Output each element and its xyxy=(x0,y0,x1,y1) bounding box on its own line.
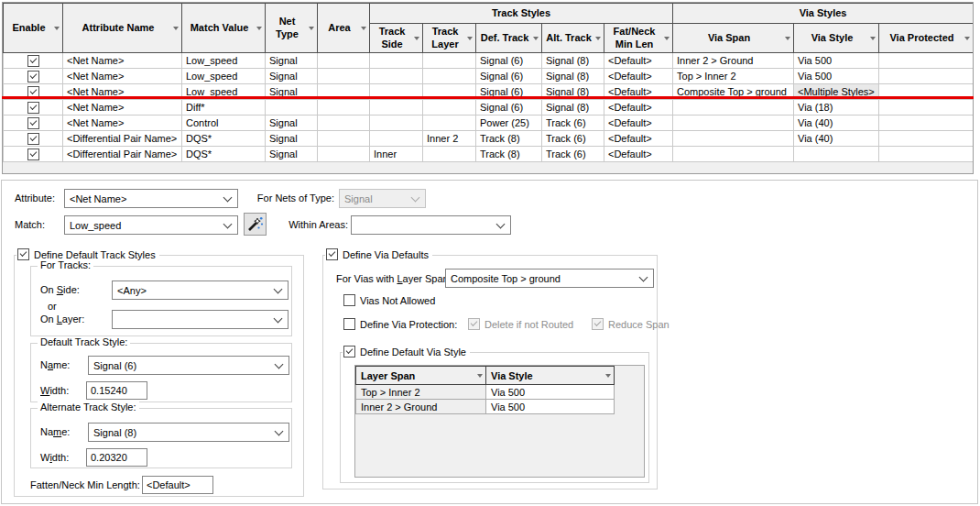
cell-alt-track[interactable]: Track (6) xyxy=(542,147,604,162)
cell-track-side[interactable] xyxy=(370,53,423,69)
col-header-via-style[interactable]: Via Style xyxy=(794,24,879,53)
cell-net-type[interactable]: Signal xyxy=(266,147,318,162)
cell-attribute-name[interactable]: <Net Name> xyxy=(63,100,182,116)
cell-via-span[interactable]: Top > Inner 2 xyxy=(673,69,794,84)
cell-attribute-name[interactable]: <Net Name> xyxy=(63,53,182,69)
cell-via-style[interactable]: Via (40) xyxy=(794,116,879,131)
cell-via-style[interactable] xyxy=(794,147,879,162)
col-header-match-value[interactable]: Match Value xyxy=(182,4,266,53)
cell-attribute-name[interactable]: <Net Name> xyxy=(63,116,182,131)
attribute-select[interactable]: <Net Name> xyxy=(64,189,238,208)
cell-alt-track[interactable]: Track (6) xyxy=(542,116,604,131)
cell-enable[interactable] xyxy=(4,116,63,131)
col-header-track-side[interactable]: Track Side xyxy=(370,24,423,53)
col-header-attribute-name[interactable]: Attribute Name xyxy=(63,4,182,53)
enable-checkbox[interactable] xyxy=(27,148,39,160)
cell-track-layer[interactable] xyxy=(423,53,476,69)
table-row[interactable]: <Net Name>Low_speedSignalSignal (6)Signa… xyxy=(4,69,974,84)
cell-fat-neck-min-len[interactable]: <Default> xyxy=(604,131,673,147)
cell-net-type[interactable]: Signal xyxy=(266,116,318,131)
cell-enable[interactable] xyxy=(4,147,63,162)
via-style-row[interactable]: Top > Inner 2Via 500 xyxy=(356,385,615,400)
fatten-neck-input[interactable]: <Default> xyxy=(142,476,213,494)
default-track-name-select[interactable]: Signal (6) xyxy=(88,356,289,375)
vias-not-allowed-checkbox[interactable] xyxy=(343,294,355,306)
enable-checkbox[interactable] xyxy=(27,55,39,67)
enable-checkbox[interactable] xyxy=(27,117,39,129)
enable-checkbox[interactable] xyxy=(27,102,39,114)
cell-via-protected[interactable] xyxy=(879,116,974,131)
cell-via-protected[interactable] xyxy=(879,100,974,116)
on-side-select[interactable]: <Any> xyxy=(112,280,289,300)
cell-via-style[interactable]: Via 500 xyxy=(486,400,615,414)
cell-fat-neck-min-len[interactable]: <Default> xyxy=(604,147,673,162)
cell-track-side[interactable]: Inner xyxy=(370,147,423,162)
cell-via-protected[interactable] xyxy=(879,131,974,147)
cell-track-layer[interactable] xyxy=(423,147,476,162)
cell-track-side[interactable] xyxy=(370,131,423,147)
table-row[interactable]: <Net Name>Low_speedSignalSignal (6)Signa… xyxy=(4,53,974,69)
col-header-enable[interactable]: Enable xyxy=(4,4,63,53)
cell-track-layer[interactable]: Inner 2 xyxy=(423,131,476,147)
cell-match-value[interactable]: Low_speed xyxy=(182,69,266,84)
cell-track-side[interactable] xyxy=(370,69,423,84)
within-areas-select[interactable] xyxy=(351,215,511,235)
cell-match-value[interactable]: Control xyxy=(182,116,266,131)
on-layer-select[interactable] xyxy=(112,310,289,329)
cell-via-style[interactable]: Via (40) xyxy=(794,131,879,147)
layer-span-select[interactable]: Composite Top > ground xyxy=(445,269,654,288)
cell-area[interactable] xyxy=(318,69,370,84)
cell-via-protected[interactable] xyxy=(879,69,974,84)
cell-match-value[interactable]: Low_speed xyxy=(182,53,266,69)
cell-fat-neck-min-len[interactable]: <Default> xyxy=(604,69,673,84)
define-track-styles-checkbox[interactable] xyxy=(17,248,29,260)
cell-via-span[interactable]: Inner 2 > Ground xyxy=(673,53,794,69)
cell-layer-span[interactable]: Top > Inner 2 xyxy=(356,385,486,400)
cell-track-side[interactable] xyxy=(370,100,423,116)
vias-not-allowed-row[interactable]: Vias Not Allowed xyxy=(343,294,435,306)
enable-checkbox[interactable] xyxy=(27,133,39,145)
via-style-row[interactable]: Inner 2 > GroundVia 500 xyxy=(356,400,615,414)
alternate-track-name-select[interactable]: Signal (8) xyxy=(88,423,289,442)
via-col-header-layer-span[interactable]: Layer Span xyxy=(356,367,486,385)
cell-track-layer[interactable] xyxy=(423,69,476,84)
cell-via-protected[interactable] xyxy=(879,147,974,162)
cell-def-track[interactable]: Track (8) xyxy=(476,147,542,162)
cell-fat-neck-min-len[interactable]: <Default> xyxy=(604,116,673,131)
cell-enable[interactable] xyxy=(4,100,63,116)
col-header-track-layer[interactable]: Track Layer xyxy=(423,24,476,53)
cell-via-span[interactable] xyxy=(673,100,794,116)
cell-net-type[interactable]: Signal xyxy=(266,53,318,69)
cell-alt-track[interactable]: Signal (8) xyxy=(542,53,604,69)
cell-enable[interactable] xyxy=(4,53,63,69)
cell-track-side[interactable] xyxy=(370,116,423,131)
cell-def-track[interactable]: Power (25) xyxy=(476,116,542,131)
cell-enable[interactable] xyxy=(4,131,63,147)
default-width-input[interactable]: 0.15240 xyxy=(86,381,147,400)
cell-alt-track[interactable]: Track (6) xyxy=(542,131,604,147)
cell-def-track[interactable]: Signal (6) xyxy=(476,69,542,84)
cell-match-value[interactable]: Diff* xyxy=(182,100,266,116)
cell-area[interactable] xyxy=(318,116,370,131)
col-header-fat-neck-min-len[interactable]: Fat/Neck Min Len xyxy=(604,24,673,53)
cell-via-span[interactable] xyxy=(673,131,794,147)
cell-net-type[interactable]: Signal xyxy=(266,69,318,84)
col-header-via-span[interactable]: Via Span xyxy=(673,24,794,53)
cell-via-style[interactable]: Via 500 xyxy=(794,69,879,84)
cell-area[interactable] xyxy=(318,131,370,147)
col-header-net-type[interactable]: Net Type xyxy=(266,4,318,53)
cell-attribute-name[interactable]: <Differential Pair Name> xyxy=(63,147,182,162)
table-row[interactable]: <Net Name>ControlSignalPower (25)Track (… xyxy=(4,116,974,131)
cell-track-layer[interactable] xyxy=(423,100,476,116)
cell-fat-neck-min-len[interactable]: <Default> xyxy=(604,100,673,116)
cell-area[interactable] xyxy=(318,53,370,69)
cell-via-style[interactable]: Via 500 xyxy=(794,53,879,69)
match-wizard-button[interactable] xyxy=(244,213,267,236)
cell-via-style[interactable]: Via 500 xyxy=(486,385,615,400)
cell-area[interactable] xyxy=(318,100,370,116)
define-via-protection-checkbox[interactable] xyxy=(343,318,355,330)
cell-match-value[interactable]: DQS* xyxy=(182,147,266,162)
col-header-via-protected[interactable]: Via Protected xyxy=(879,24,974,53)
match-select[interactable]: Low_speed xyxy=(64,215,238,235)
cell-net-type[interactable] xyxy=(266,100,318,116)
